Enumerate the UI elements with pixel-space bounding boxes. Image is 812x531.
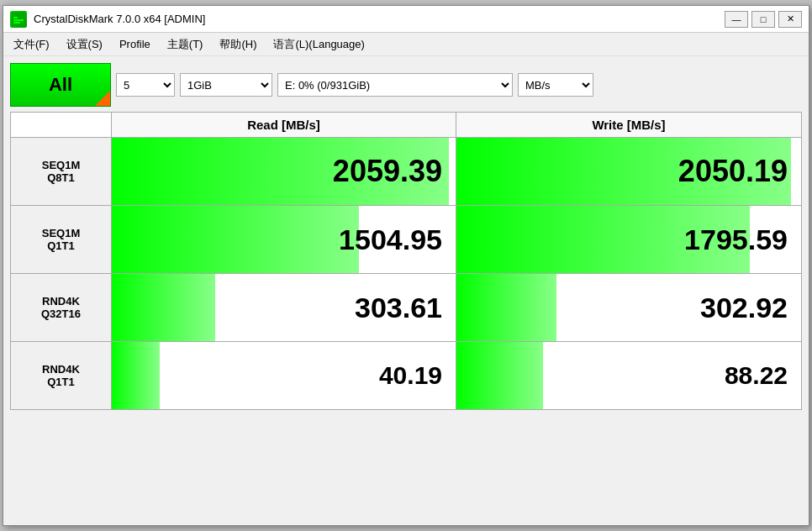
rnd4k-q32t16-read-cell: 303.61 <box>112 274 456 341</box>
row-label-rnd4k-q32t16: RND4KQ32T16 <box>11 274 112 341</box>
table-row: RND4KQ32T16 303.61 302.92 <box>11 274 801 342</box>
read-bar-rnd4k-q1t1 <box>112 342 160 409</box>
header-empty <box>11 113 112 137</box>
menu-help[interactable]: 帮助(H) <box>213 34 263 55</box>
seq1m-q8t1-read-cell: 2059.39 <box>112 138 456 205</box>
title-bar-left: CrystalDiskMark 7.0.0 x64 [ADMIN] <box>10 11 205 28</box>
rnd4k-q1t1-write-value: 88.22 <box>725 361 788 390</box>
rnd4k-q32t16-read-value: 303.61 <box>355 292 442 324</box>
menu-file[interactable]: 文件(F) <box>7 34 56 55</box>
seq1m-q1t1-read-value: 1504.95 <box>339 223 442 256</box>
seq1m-q8t1-write-cell: 2050.19 <box>456 138 801 205</box>
maximize-button[interactable]: □ <box>751 11 775 28</box>
table-row: SEQ1MQ8T1 2059.39 2050.19 <box>11 138 801 206</box>
close-button[interactable]: ✕ <box>778 11 802 28</box>
rnd4k-q32t16-write-value: 302.92 <box>700 292 788 324</box>
seq1m-q1t1-write-value: 1795.59 <box>684 223 788 256</box>
menu-theme[interactable]: 主题(T) <box>161 34 210 55</box>
size-select[interactable]: 1GiB 512MiB 2GiB 4GiB <box>180 73 272 97</box>
menu-language[interactable]: 语言(L)(Language) <box>266 34 371 55</box>
row-label-seq1m-q8t1: SEQ1MQ8T1 <box>11 138 112 205</box>
title-bar-controls: — □ ✕ <box>725 11 802 28</box>
count-select[interactable]: 5 1 3 10 <box>116 73 175 97</box>
table-row: RND4KQ1T1 40.19 88.22 <box>11 342 801 409</box>
menu-settings[interactable]: 设置(S) <box>60 34 109 55</box>
toolbar: All 5 1 3 10 1GiB 512MiB 2GiB 4GiB E: 0%… <box>10 63 802 107</box>
rnd4k-q32t16-write-cell: 302.92 <box>456 274 801 341</box>
read-header: Read [MB/s] <box>112 113 456 137</box>
main-window: CrystalDiskMark 7.0.0 x64 [ADMIN] — □ ✕ … <box>3 5 809 526</box>
read-bar-seq1m-q1t1 <box>112 206 359 273</box>
grid-header: Read [MB/s] Write [MB/s] <box>11 113 801 138</box>
unit-select[interactable]: MB/s GB/s IOPS μs <box>518 73 593 97</box>
seq1m-q1t1-read-cell: 1504.95 <box>112 206 456 273</box>
row-label-rnd4k-q1t1: RND4KQ1T1 <box>11 342 112 409</box>
menu-profile[interactable]: Profile <box>113 35 157 53</box>
content-area: All 5 1 3 10 1GiB 512MiB 2GiB 4GiB E: 0%… <box>3 56 809 525</box>
results-grid: Read [MB/s] Write [MB/s] SEQ1MQ8T1 2059.… <box>10 112 802 410</box>
all-button[interactable]: All <box>10 63 111 107</box>
svg-rect-2 <box>13 22 20 24</box>
seq1m-q8t1-read-value: 2059.39 <box>333 154 442 189</box>
seq1m-q1t1-write-cell: 1795.59 <box>456 206 801 273</box>
write-bar-rnd4k-q32t16 <box>456 274 556 341</box>
window-title: CrystalDiskMark 7.0.0 x64 [ADMIN] <box>34 13 205 25</box>
app-icon <box>10 11 27 28</box>
read-bar-rnd4k-q32t16 <box>112 274 215 341</box>
write-bar-rnd4k-q1t1 <box>456 342 543 409</box>
title-bar: CrystalDiskMark 7.0.0 x64 [ADMIN] — □ ✕ <box>3 6 809 33</box>
table-row: SEQ1MQ1T1 1504.95 1795.59 <box>11 206 801 274</box>
row-label-seq1m-q1t1: SEQ1MQ1T1 <box>11 206 112 273</box>
svg-rect-1 <box>13 19 24 21</box>
rnd4k-q1t1-read-value: 40.19 <box>379 361 442 390</box>
menu-bar: 文件(F) 设置(S) Profile 主题(T) 帮助(H) 语言(L)(La… <box>3 33 809 56</box>
rnd4k-q1t1-write-cell: 88.22 <box>456 342 801 409</box>
rnd4k-q1t1-read-cell: 40.19 <box>112 342 456 409</box>
svg-rect-3 <box>13 17 18 18</box>
minimize-button[interactable]: — <box>725 11 748 28</box>
drive-select[interactable]: E: 0% (0/931GiB) C: D: <box>277 73 513 97</box>
seq1m-q8t1-write-value: 2050.19 <box>678 154 788 189</box>
write-header: Write [MB/s] <box>456 113 801 137</box>
